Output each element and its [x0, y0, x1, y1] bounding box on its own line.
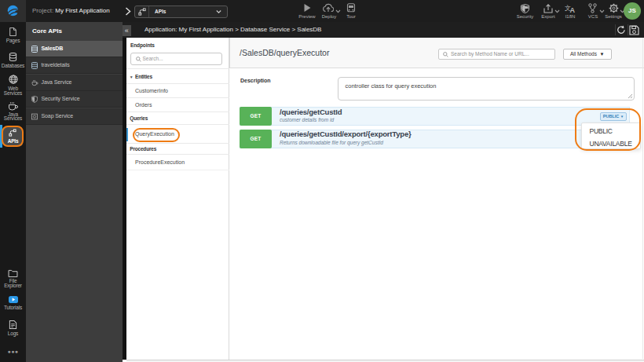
svg-text:A: A — [570, 6, 576, 13]
